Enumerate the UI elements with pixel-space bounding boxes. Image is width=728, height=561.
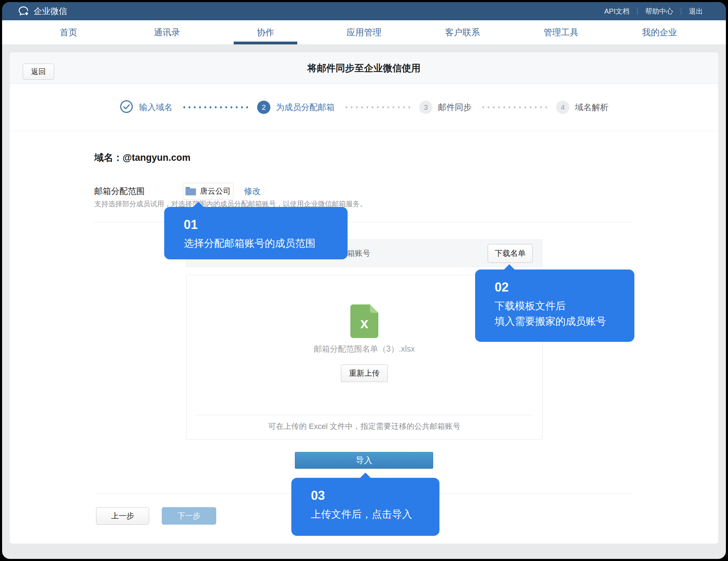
upload-divider [195, 415, 533, 415]
nav-tab-admin-tools[interactable]: 管理工具 [512, 20, 610, 44]
domain-line: 域名：@tangyun.com [94, 151, 190, 164]
upload-note-text: 可在上传的 Excel 文件中，指定需要迁移的公共邮箱账号 [187, 421, 542, 432]
step-number-badge: 4 [556, 101, 569, 114]
mailbox-scope-row: 邮箱分配范围 唐云公司 修改 [94, 183, 261, 200]
coachmark-number: 01 [184, 217, 348, 232]
brand: 企业微信 [17, 5, 67, 17]
step-mail-sync: 3 邮件同步 [419, 101, 472, 114]
brand-name: 企业微信 [34, 6, 67, 17]
page-title: 将邮件同步至企业微信使用 [10, 52, 718, 84]
step-label: 邮件同步 [438, 102, 472, 113]
next-step-button-disabled[interactable]: 下一步 [162, 507, 216, 525]
coachmark-text: 上传文件后，点击导入 [311, 506, 439, 522]
nav-tab-customer-contact[interactable]: 客户联系 [413, 20, 512, 44]
api-docs-link[interactable]: API文档 [597, 7, 637, 16]
app-window: 企业微信 API文档 帮助中心 退出 首页 通讯录 协作 应用管理 客户联系 管… [2, 2, 726, 559]
excel-file-icon: x [350, 304, 378, 338]
back-button[interactable]: 返回 [23, 64, 54, 80]
help-center-link[interactable]: 帮助中心 [638, 7, 681, 16]
wizard-stepper: 输入域名 2 为成员分配邮箱 3 邮件同步 4 域名解析 [10, 84, 718, 131]
step-label: 输入域名 [139, 102, 173, 113]
modify-scope-link[interactable]: 修改 [244, 186, 261, 197]
nav-tab-my-company[interactable]: 我的企业 [610, 20, 709, 44]
coachmark-text: 下载模板文件后 [495, 298, 634, 314]
stepper-dots [481, 106, 547, 109]
nav-tab-contacts[interactable]: 通讯录 [118, 20, 216, 44]
step-number-badge: 2 [257, 101, 270, 114]
reupload-button[interactable]: 重新上传 [341, 365, 388, 382]
scope-department-name: 唐云公司 [200, 186, 231, 196]
svg-text:x: x [360, 315, 369, 331]
coachmark-number: 03 [311, 488, 439, 503]
step-done-check-icon [119, 100, 133, 115]
stepper-dots [344, 106, 410, 109]
coachmark-text: 选择分配邮箱账号的成员范围 [184, 236, 348, 251]
uploaded-filename: 邮箱分配范围名单（3）.xlsx [187, 344, 542, 354]
step-number-badge: 3 [419, 101, 432, 114]
top-bar: 企业微信 API文档 帮助中心 退出 [2, 2, 726, 20]
coachmark-number: 02 [495, 280, 634, 295]
top-links: API文档 帮助中心 退出 [597, 7, 711, 16]
list-row-text: 箱账号 [347, 240, 370, 267]
step-label: 为成员分配邮箱 [276, 102, 335, 113]
logout-link[interactable]: 退出 [681, 7, 711, 16]
step-assign-mailbox: 2 为成员分配邮箱 [257, 101, 335, 114]
tooltip-arrow-up-icon [360, 473, 371, 478]
previous-step-button[interactable]: 上一步 [96, 507, 149, 525]
download-roster-button[interactable]: 下载名单 [488, 244, 533, 263]
domain-value: @tangyun.com [123, 152, 190, 163]
nav-tab-collaboration[interactable]: 协作 [216, 20, 315, 44]
nav-tab-home[interactable]: 首页 [19, 20, 118, 44]
coachmark-01: 01 选择分配邮箱账号的成员范围 [164, 207, 348, 259]
coachmark-03: 03 上传文件后，点击导入 [291, 478, 439, 536]
scope-department-chip[interactable]: 唐云公司 [183, 183, 233, 200]
tooltip-arrow-up-icon [193, 202, 204, 207]
step-label: 域名解析 [575, 102, 609, 113]
screenshot-stage: 企业微信 API文档 帮助中心 退出 首页 通讯录 协作 应用管理 客户联系 管… [0, 0, 728, 561]
nav-tab-app-management[interactable]: 应用管理 [315, 20, 413, 44]
import-button[interactable]: 导入 [295, 452, 433, 469]
page-header: 将邮件同步至企业微信使用 返回 [10, 52, 718, 84]
wecom-logo-icon [17, 5, 29, 17]
scope-label: 邮箱分配范围 [94, 186, 183, 197]
folder-icon [185, 187, 196, 195]
tooltip-arrow-up-icon [504, 264, 515, 270]
main-nav: 首页 通讯录 协作 应用管理 客户联系 管理工具 我的企业 [2, 20, 726, 45]
step-domain-resolve: 4 域名解析 [556, 101, 609, 114]
stepper-dots [182, 106, 248, 109]
coachmark-02: 02 下载模板文件后 填入需要搬家的成员账号 [475, 269, 634, 342]
domain-label: 域名： [94, 152, 123, 163]
coachmark-text: 填入需要搬家的成员账号 [495, 314, 634, 329]
step-enter-domain: 输入域名 [119, 100, 173, 115]
